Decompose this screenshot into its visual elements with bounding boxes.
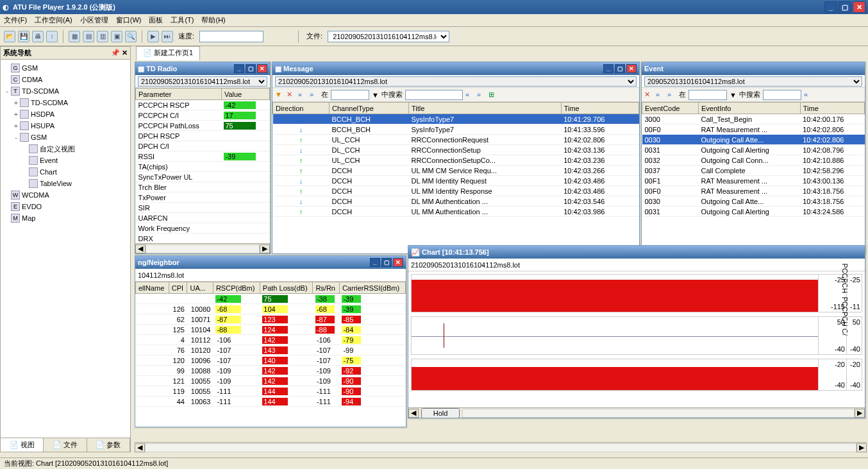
table-row[interactable]: 0032Outgoing Call Conn...10:42:10.886 [642,155,865,166]
tree-item[interactable]: Chart [3,166,128,178]
neighbor-max-button[interactable]: ▢ [381,258,392,267]
menu-item[interactable]: 文件(F) [4,15,27,25]
menu-item[interactable]: 面板 [149,15,163,25]
chart-scroll-left-icon[interactable]: ◀ [408,409,419,418]
table-row[interactable]: 410112-106142-106-79 [136,335,406,345]
col-header[interactable]: UA... [187,282,213,294]
step-icon[interactable]: ⏭ [162,31,173,42]
message-context[interactable]: 2102090520131016104112ms8.lot [275,76,637,87]
col-header[interactable]: ellName [136,282,169,294]
tree-item[interactable]: TableView [3,178,128,189]
tree-item[interactable]: EEVDO [3,201,128,212]
close-button[interactable]: ✕ [853,1,865,13]
col-header[interactable]: Parameter [136,89,222,100]
table-row[interactable]: PCCPCH C/I17 [136,110,270,121]
menu-item[interactable]: 工作空间(A) [35,15,72,25]
table-row[interactable]: 7610120-107143-107-99 [136,345,406,355]
event-grid[interactable]: EventCodeEventInfoTime3000Call_Test_Begi… [642,102,865,253]
neighbor-close-button[interactable]: ✕ [393,258,403,267]
play-icon[interactable]: ▶ [147,31,159,42]
table-row[interactable]: ↓DL_CCHRRCConnectionSetup10:42:03.136 [273,145,639,155]
table-row[interactable]: 0030Outgoing Call Atte...10:43:18.756 [642,196,865,207]
event-search-prev-icon[interactable]: « [804,90,813,99]
open-icon[interactable]: 📂 [4,31,15,42]
table-row[interactable]: 00F1RAT Measurement ...10:43:00.136 [642,176,865,186]
sync-icon[interactable]: ↕ [46,31,58,42]
search-next-icon[interactable]: » [477,90,486,99]
tree-item[interactable]: CCDMA [3,74,128,85]
table-row[interactable]: PCCPCH PathLoss75 [136,121,270,131]
table-row[interactable]: UARFCN [136,213,270,223]
tdradio-min-button[interactable]: _ [234,64,244,73]
table-row[interactable]: ↑DCCHUL MM Authentication ...10:42:03.98… [273,207,639,217]
table-row[interactable]: PCCPCH RSCP-42 [136,100,270,110]
table-row[interactable]: 3000Call_Test_Begin10:42:00.176 [642,114,865,124]
tree-item[interactable]: 自定义视图 [3,143,128,155]
table-row[interactable]: 11910055-111144-111-90 [136,386,406,397]
search-col-input[interactable] [331,90,369,100]
speed-input[interactable] [199,31,263,42]
chart-scroll-right-icon[interactable]: ▶ [855,409,865,418]
event-prev-icon[interactable]: « [656,90,665,99]
col-header[interactable]: Title [409,103,562,114]
col-header[interactable]: RSCP(dBm) [213,282,260,294]
neighbor-grid[interactable]: ellNameCPIUA...RSCP(dBm)Path Loss(dB)Rs/… [135,282,406,427]
search-text-input[interactable] [405,90,463,100]
prev-icon[interactable]: « [298,90,307,99]
col-header[interactable]: Value [221,89,269,100]
message-grid[interactable]: DirectionChannelTypeTitleTime↓BCCH_BCHSy… [272,102,639,253]
table-row[interactable]: 0030Outgoing Call Atte...10:42:02.806 [642,135,865,145]
table-row[interactable]: ↑DCCHUL MM CM Service Requ...10:42:03.26… [273,166,639,176]
menu-item[interactable]: 工具(T) [171,15,194,25]
table-row[interactable]: 0037Call Complete10:42:58.296 [642,166,865,176]
message-close-button[interactable]: ✕ [626,64,637,73]
nav-tab[interactable]: 📄 视图 [1,438,44,452]
table-row[interactable]: 12610080-68104-68-39 [136,304,406,314]
layout1-icon[interactable]: ▦ [69,31,80,42]
tree-item[interactable]: -GSM [3,132,128,143]
hold-button[interactable]: Hold [421,408,460,418]
tree-item[interactable]: +HSUPA [3,120,128,132]
table-row[interactable]: ↓DCCHDL MM Identity Request10:42:03.486 [273,176,639,186]
table-row[interactable]: DRX [136,234,270,244]
col-header[interactable]: EventCode [642,103,699,114]
event-clear-icon[interactable]: ✕ [644,90,653,99]
col-header[interactable]: ChannelType [330,103,409,114]
event-next-icon[interactable]: » [667,90,676,99]
tree-item[interactable]: +TD-SCDMA [3,97,128,108]
table-row[interactable]: ↑UL_CCHRRCConnectionSetupCo...10:42:03.2… [273,155,639,166]
col-header[interactable]: CarrierRSSI(dBm) [339,282,405,294]
tdradio-max-button[interactable]: ▢ [246,64,256,73]
zoom-in-icon[interactable]: 🔍 [125,31,137,42]
table-row[interactable]: 0031Outgoing Call Alerting10:42:08.796 [642,145,865,155]
layout4-icon[interactable]: ▣ [111,31,122,42]
table-row[interactable]: ↓BCCH_BCHSysInfoType710:41:33.596 [273,124,639,135]
chart-1[interactable] [412,275,818,312]
chart-3[interactable] [412,359,818,390]
message-min-button[interactable]: _ [603,64,613,73]
col-header[interactable]: Rs/Rn [313,282,340,294]
col-header[interactable]: Path Loss(dB) [260,282,313,294]
minimize-button[interactable]: _ [824,1,837,13]
nav-tab[interactable]: 📄 参数 [87,438,130,452]
tdradio-grid[interactable]: ParameterValuePCCPCH RSCP-42PCCPCH C/I17… [135,88,270,243]
event-text-input[interactable] [763,90,801,100]
event-context[interactable]: 2090520131016104112ms8.lot [644,76,862,87]
tree-item[interactable]: Event [3,155,128,166]
table-row[interactable]: Work Frequency [136,223,270,234]
work-scroll-right-icon[interactable]: ▶ [856,443,867,452]
table-row[interactable]: TxPower [136,192,270,203]
filter-icon[interactable]: ▼ [275,90,284,99]
table-row[interactable]: 00F0RAT Measurement ...10:42:02.806 [642,124,865,135]
tdradio-context[interactable]: 2102090520131016104112ms8.lot [138,76,267,87]
menu-item[interactable]: 帮助(H) [201,15,225,25]
save-icon[interactable]: 💾 [18,31,29,42]
event-col-input[interactable] [689,90,727,100]
print-icon[interactable]: 🖶 [32,31,44,42]
table-row[interactable]: DPCH C/I [136,141,270,151]
message-max-button[interactable]: ▢ [615,64,625,73]
col-header[interactable]: Time [561,103,638,114]
table-row[interactable]: 12510104-88124-88-84 [136,325,406,335]
search-prev-icon[interactable]: « [465,90,474,99]
tree-item[interactable]: MMap [3,212,128,224]
